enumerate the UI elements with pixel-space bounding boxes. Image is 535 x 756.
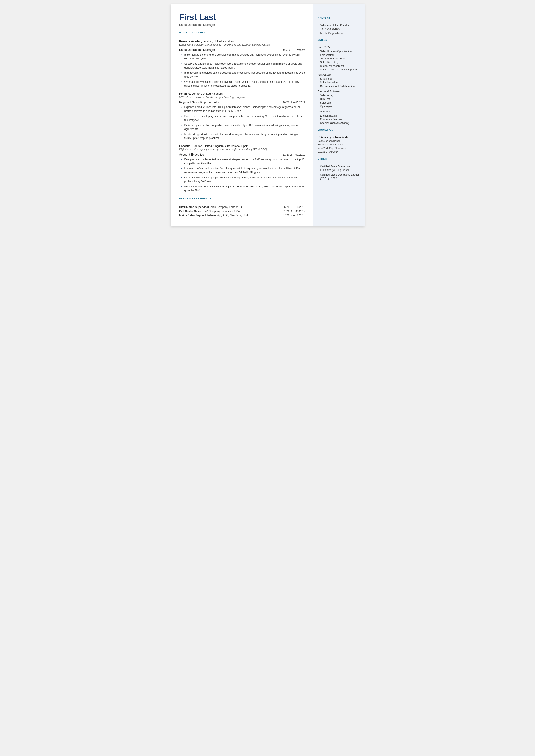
tool-2: HubSpot: [318, 98, 360, 101]
skills-heading: SKILLS: [318, 39, 360, 41]
job-header-1: Sales Operations Manager 08/2021 – Prese…: [179, 48, 305, 51]
prev-exp-row-2: Call Center Sales, XYZ Company, New York…: [179, 210, 305, 213]
work-experience-heading: WORK EXPERIENCE: [179, 31, 305, 34]
previous-experience-heading: PREVIOUS EXPERIENCE: [179, 197, 305, 200]
technique-1: Six Sigma: [318, 77, 360, 80]
contact-list: Salisbury, United Kingdom +44 1234567890…: [318, 24, 360, 35]
tool-4: Optymyze: [318, 105, 360, 108]
company-rest-1: London, United Kingdom: [202, 40, 234, 43]
bullet-2-3: Delivered presentations regarding produc…: [182, 123, 305, 131]
technique-2: Sales Incentive: [318, 81, 360, 84]
education-divider: [318, 133, 360, 133]
other-divider: [318, 162, 360, 162]
techniques-label: Techniques:: [318, 73, 360, 76]
bullet-list-2: Expanded product lines into 30+ high-pro…: [179, 105, 305, 140]
languages-label: Languages:: [318, 110, 360, 113]
company-rest-2: London, United Kingdom: [191, 92, 223, 95]
bullet-2-4: Identified opportunities outside the sta…: [182, 132, 305, 140]
edu-school-1: University of New York: [318, 136, 360, 139]
company-bold-1: Resume Worded,: [179, 40, 202, 43]
techniques-list: Six Sigma Sales Incentive Cross-function…: [318, 77, 360, 88]
edu-block-1: University of New York Bachelor of Scien…: [318, 136, 360, 154]
company-block-2: Polyhire, London, United Kingdom NYSE-li…: [179, 92, 305, 140]
work-experience-divider: [179, 36, 305, 36]
job-role-3: Account Executive: [179, 153, 204, 156]
prev-exp-row-3: Inside Sales Support (Internship), ABC, …: [179, 214, 305, 217]
full-name: First Last: [179, 13, 305, 22]
contact-heading: CONTACT: [318, 17, 360, 19]
company-name-3: Growthsi, London, United Kingdom & Barce…: [179, 144, 305, 148]
technique-3: Cross-functional Collaboration: [318, 85, 360, 88]
language-1: English (Native): [318, 114, 360, 117]
job-title: Sales Operations Manager: [179, 23, 305, 26]
prev-exp-left-2: Call Center Sales, XYZ Company, New York…: [179, 210, 240, 213]
prev-exp-rest-2: XYZ Company, New York, USA: [202, 210, 240, 213]
prev-exp-bold-3: Inside Sales Support (Internship),: [179, 214, 222, 217]
company-desc-3: Digital marketing agency focusing on sea…: [179, 148, 305, 151]
prev-exp-bold-2: Call Center Sales,: [179, 210, 202, 213]
prev-exp-row-1: Distribution Supervisor, ABC Company, Lo…: [179, 206, 305, 209]
bullet-1-4: Overhauled RW's sales pipeline conversio…: [182, 80, 305, 88]
job-header-3: Account Executive 11/2018 – 09/2019: [179, 153, 305, 156]
skills-divider: [318, 43, 360, 43]
company-block-3: Growthsi, London, United Kingdom & Barce…: [179, 144, 305, 192]
job-dates-1: 08/2021 – Present: [283, 48, 305, 51]
bullet-list-1: Implemented a comprehensive sales operat…: [179, 53, 305, 88]
language-2: Romanian (Native): [318, 118, 360, 121]
prev-exp-bold-1: Distribution Supervisor,: [179, 206, 210, 209]
prev-exp-left-3: Inside Sales Support (Internship), ABC, …: [179, 214, 248, 217]
company-bold-3: Growthsi,: [179, 144, 192, 148]
name-section: First Last Sales Operations Manager: [179, 13, 305, 26]
hard-skill-4: Sales Reporting: [318, 61, 360, 64]
company-rest-3: London, United Kingdom & Barcelona, Spai…: [192, 144, 248, 148]
other-item-2: Certified Sales Operations Leader (CSOL)…: [318, 173, 360, 181]
edu-dates-1: 10/2011 - 06/2014: [318, 150, 360, 154]
prev-exp-dates-2: 01/2016 – 05/2017: [283, 210, 305, 213]
bullet-3-2: Modeled professional qualities for colle…: [182, 167, 305, 174]
edu-location-1: New York City, New York: [318, 147, 360, 150]
right-column: CONTACT Salisbury, United Kingdom +44 12…: [313, 4, 365, 227]
tools-list: Salesforce, HubSpot SalesLoft Optymyze: [318, 94, 360, 108]
tools-label: Tools and Software:: [318, 90, 360, 93]
company-bold-2: Polyhire,: [179, 92, 191, 95]
other-list: Certified Sales Operations Executive (CS…: [318, 165, 360, 180]
company-block-1: Resume Worded, London, United Kingdom Ed…: [179, 40, 305, 88]
company-name-2: Polyhire, London, United Kingdom: [179, 92, 305, 95]
edu-field-1: Business Administration: [318, 143, 360, 147]
edu-degree-1: Bachelor of Science: [318, 139, 360, 143]
bullet-1-1: Implemented a comprehensive sales operat…: [182, 53, 305, 61]
bullet-3-4: Negotiated new contracts with 30+ major …: [182, 185, 305, 192]
contact-email: first.last@gmail.com: [318, 32, 360, 35]
company-desc-2: NYSE-listed recruitment and employer bra…: [179, 96, 305, 99]
prev-exp-dates-3: 07/2014 – 12/2015: [283, 214, 305, 217]
tool-1: Salesforce,: [318, 94, 360, 97]
hard-skill-5: Budget Management: [318, 65, 360, 68]
contact-phone: +44 1234567890: [318, 28, 360, 31]
prev-exp-dates-1: 06/2017 – 10/2018: [283, 206, 305, 209]
previous-experience-table: Distribution Supervisor, ABC Company, Lo…: [179, 206, 305, 217]
company-desc-1: Education technology startup with 50+ em…: [179, 43, 305, 46]
bullet-3-1: Designed and implemented new sales strat…: [182, 157, 305, 165]
job-role-2: Regional Sales Representative: [179, 100, 221, 104]
bullet-1-3: Introduced standardized sales processes …: [182, 71, 305, 79]
job-header-2: Regional Sales Representative 10/2019 – …: [179, 100, 305, 104]
company-name-1: Resume Worded, London, United Kingdom: [179, 40, 305, 43]
bullet-list-3: Designed and implemented new sales strat…: [179, 157, 305, 192]
education-heading: EDUCATION: [318, 128, 360, 131]
other-item-1: Certified Sales Operations Executive (CS…: [318, 165, 360, 172]
languages-list: English (Native) Romanian (Native) Spani…: [318, 114, 360, 125]
tool-3: SalesLoft: [318, 101, 360, 104]
job-role-1: Sales Operations Manager: [179, 48, 215, 51]
previous-experience-divider: [179, 202, 305, 202]
resume-wrapper: First Last Sales Operations Manager WORK…: [171, 4, 365, 227]
bullet-1-2: Supervised a team of 30+ sales operation…: [182, 62, 305, 70]
bullet-2-2: Succeeded in developing new business opp…: [182, 114, 305, 122]
hard-skills-label: Hard Skills:: [318, 46, 360, 49]
hard-skill-2: Forecasting: [318, 53, 360, 56]
job-dates-3: 11/2018 – 09/2019: [283, 153, 305, 156]
other-heading: OTHER: [318, 157, 360, 160]
contact-location: Salisbury, United Kingdom: [318, 24, 360, 27]
job-dates-2: 10/2019 – 07/2021: [283, 101, 305, 104]
contact-divider: [318, 21, 360, 21]
hard-skill-1: Sales Process Optimization: [318, 50, 360, 53]
